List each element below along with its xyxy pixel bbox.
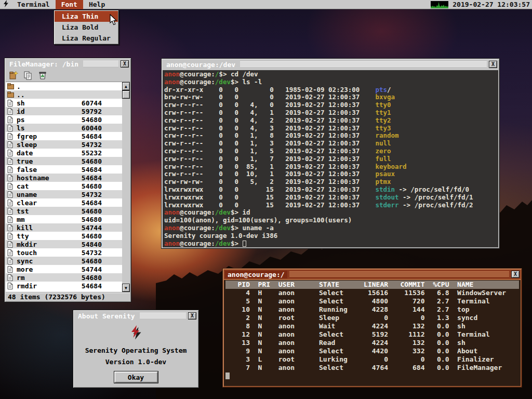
file-size: 54732 [70, 141, 102, 149]
terminal-line: 7 N anon Select 4764 684 0.0 FileManager [225, 364, 519, 372]
folder-icon [7, 83, 14, 89]
close-icon[interactable]: X [511, 271, 520, 278]
table-row[interactable]: sleep54732 [6, 140, 122, 149]
terminal-top-titlebar[interactable]: anon@courage:/ X [224, 270, 521, 279]
table-row[interactable]: cat54680 [6, 182, 122, 190]
file-size: 54744 [70, 265, 102, 273]
terminal-line: crw-r--r-- 0 0 1, 3 2019-02-27 12:00:37 … [164, 140, 497, 148]
clock: 2019-02-27 12:03:57 [453, 1, 530, 8]
about-text-line1: Serenity Operating System [85, 347, 187, 354]
about-body: Serenity Operating System Version 1.0-de… [74, 321, 197, 387]
menu-font[interactable]: Font [56, 0, 83, 9]
table-row[interactable]: date55232 [6, 149, 122, 157]
terminal-dev-content[interactable]: anon@courage:/$> cd /devanon@courage:/de… [163, 70, 498, 247]
file-name: sync [17, 257, 70, 265]
table-row[interactable]: false54684 [6, 165, 122, 174]
window-title: About Serenity [75, 312, 138, 320]
filemanager-titlebar[interactable]: FileManager: /bin X [6, 59, 130, 69]
file-name: false [17, 166, 70, 174]
table-row[interactable]: kill54744 [6, 223, 122, 232]
terminal-line: 12 N anon Select 5192 1112 0.0 Terminal [225, 330, 519, 339]
terminal-line: anon@courage:/dev$> uname -a [164, 224, 497, 232]
menu-item-liza-bold[interactable]: Liza Bold [55, 22, 118, 33]
file-size: 54684 [70, 166, 102, 174]
file-icon [7, 200, 13, 206]
close-icon[interactable]: X [188, 312, 196, 320]
scrollbar-thumb[interactable] [122, 90, 130, 99]
window-title: anon@courage:/ [225, 271, 287, 278]
file-size: 54680 [70, 216, 102, 223]
close-icon[interactable]: X [121, 60, 129, 68]
file-name: kill [17, 224, 70, 232]
table-row[interactable]: fgrep54684 [6, 132, 122, 140]
menu-item-liza-regular[interactable]: Liza Regular [55, 33, 118, 44]
new-folder-button[interactable] [8, 70, 19, 81]
table-row[interactable]: more54744 [6, 265, 122, 273]
terminal-dev-titlebar[interactable]: anon@courage:/dev X [163, 60, 498, 69]
serenity-logo-icon [128, 324, 144, 342]
file-name: ps [17, 116, 70, 124]
close-icon[interactable]: X [489, 61, 497, 68]
file-icon [7, 166, 13, 173]
about-titlebar[interactable]: About Serenity X [74, 311, 197, 321]
table-row[interactable]: .. [6, 90, 122, 99]
okay-button[interactable]: Okay [114, 371, 158, 383]
table-row[interactable]: mm54680 [6, 215, 122, 223]
table-row[interactable]: true54680 [6, 157, 122, 165]
table-row[interactable]: rm54680 [6, 273, 122, 282]
file-name: . [17, 83, 70, 90]
titlebar-stripes [289, 271, 509, 277]
table-row[interactable]: uname54732 [6, 190, 122, 198]
terminal-line: 13 N anon Read 4224 132 0.0 sh [225, 339, 519, 347]
scrollbar[interactable]: ▲ ▼ [122, 82, 130, 292]
file-icon [7, 266, 13, 273]
file-icon [7, 233, 13, 240]
terminal-line: Serenity courage 1.0-dev i386 [164, 232, 497, 240]
table-row[interactable]: touch54732 [6, 248, 122, 257]
table-row[interactable]: ps54680 [6, 115, 122, 124]
table-row[interactable]: ls60040 [6, 124, 122, 132]
file-name: rmdir [17, 282, 70, 290]
file-icon [7, 125, 13, 131]
table-row[interactable]: hostname54684 [6, 174, 122, 182]
file-rows: ...sh60744id59792ps54680ls60040fgrep5468… [6, 82, 122, 290]
file-size: 60040 [70, 124, 102, 132]
table-row[interactable]: . [6, 82, 122, 90]
system-menu[interactable] [0, 0, 11, 9]
scroll-down-icon[interactable]: ▼ [122, 284, 130, 292]
file-list: ...sh60744id59792ps54680ls60040fgrep5468… [6, 82, 130, 292]
table-row[interactable]: sync54680 [6, 257, 122, 265]
trash-icon [38, 71, 47, 80]
trash-button[interactable] [37, 70, 48, 81]
about-text-line2: Version 1.0-dev [105, 358, 166, 366]
terminal-line: crw-r--r-- 0 0 85, 1 2019-02-27 12:00:37… [164, 163, 497, 171]
file-size: 55232 [70, 149, 102, 157]
table-row[interactable]: rmdir54684 [6, 282, 122, 290]
terminal-top-content[interactable]: PID PRI USER STATE LINEAR COMMIT %CPU NA… [224, 280, 521, 386]
terminal-line: lrwxrwxrwx 0 0 15 2019-02-27 12:00:37 st… [164, 202, 497, 209]
menu-help[interactable]: Help [83, 0, 111, 9]
table-row[interactable]: id59792 [6, 107, 122, 115]
table-row[interactable]: tty54680 [6, 232, 122, 240]
titlebar-stripes [83, 61, 118, 67]
file-name: rm [17, 274, 70, 282]
file-size: 54680 [70, 182, 102, 190]
filemanager-window: FileManager: /bin X [4, 58, 131, 302]
menu-terminal[interactable]: Terminal [11, 0, 56, 9]
terminal-line: crw-r--r-- 0 0 1, 8 2019-02-27 12:00:37 … [164, 132, 497, 140]
file-size: 54732 [70, 191, 102, 198]
scroll-up-icon[interactable]: ▲ [122, 82, 130, 90]
table-row[interactable]: clear54684 [6, 198, 122, 207]
file-size: 54680 [70, 257, 102, 265]
file-size: 54684 [70, 199, 102, 207]
file-name: cat [17, 182, 70, 190]
menu-item-liza-thin[interactable]: Liza Thin [55, 11, 118, 22]
table-row[interactable]: sh60744 [6, 99, 122, 107]
copy-file-button[interactable] [22, 70, 34, 81]
table-row[interactable]: tst54680 [6, 207, 122, 215]
file-icon [7, 274, 13, 281]
file-name: touch [17, 249, 70, 257]
terminal-top-window: anon@courage:/ X PID PRI USER STATE LINE… [222, 268, 522, 388]
table-row[interactable]: mkdir54840 [6, 240, 122, 248]
file-icon [7, 141, 13, 148]
